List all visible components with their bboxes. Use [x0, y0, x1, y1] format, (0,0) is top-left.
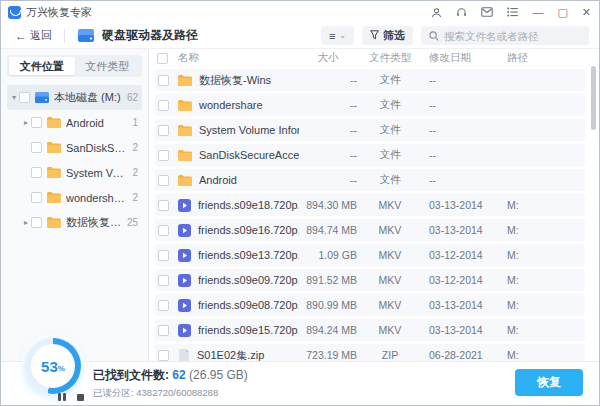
tree-item-count: 2	[132, 142, 138, 153]
stop-button[interactable]	[77, 394, 84, 401]
cell-size: 891.52 MB	[299, 274, 361, 286]
tree-item-5[interactable]: ▸ 数据恢复-Wins 25	[7, 210, 142, 235]
table-row[interactable]: 数据恢复-Wins -- 文件 --	[155, 69, 585, 91]
search-box[interactable]	[421, 26, 589, 45]
folder-icon	[178, 125, 192, 136]
folder-icon	[47, 217, 61, 228]
table-row[interactable]: friends.s09e09.720p.bluray.x2... 891.52 …	[155, 269, 585, 291]
column-name[interactable]: 名称	[178, 51, 299, 65]
folder-icon	[47, 192, 61, 203]
cell-name: friends.s09e16.720p.bluray.x2...	[198, 224, 299, 236]
table-row[interactable]: friends.s09e15.720p.bluray.x2... 894.24 …	[155, 319, 585, 341]
checkbox[interactable]	[158, 275, 169, 286]
cell-type: MKV	[361, 324, 419, 336]
tab-file-type[interactable]: 文件类型	[75, 57, 141, 75]
divider	[64, 29, 65, 43]
checkbox[interactable]	[31, 167, 42, 178]
support-headset-icon[interactable]	[456, 7, 467, 18]
expand-arrow-icon[interactable]: ▸	[21, 118, 31, 127]
checkbox[interactable]	[158, 300, 169, 311]
checkbox[interactable]	[31, 117, 42, 128]
scrollbar[interactable]	[591, 51, 596, 359]
close-button[interactable]: ✕	[582, 7, 591, 18]
cell-path: M:	[497, 274, 585, 286]
tab-file-location[interactable]: 文件位置	[9, 57, 75, 75]
search-input[interactable]	[444, 30, 581, 42]
maximize-button[interactable]: ▢	[557, 7, 567, 18]
tree-item-count: 1	[132, 117, 138, 128]
table-row[interactable]: friends.s09e18.720p.bluray.x2... 894.30 …	[155, 194, 585, 216]
tree-item-2[interactable]: SanDiskSecureAccess 2	[7, 135, 142, 160]
table-row[interactable]: Android -- 文件 --	[155, 169, 585, 191]
checkbox[interactable]	[158, 75, 169, 86]
scan-status-text: 已找到文件数: 62 (26.95 GB) 已读分区: 4382720/6008…	[93, 367, 248, 400]
account-icon[interactable]	[431, 7, 442, 18]
table-row[interactable]: friends.s09e13.720p.bluray.x2... 1.09 GB…	[155, 244, 585, 266]
cell-path: M:	[497, 299, 585, 311]
checkbox[interactable]	[31, 217, 42, 228]
checkbox[interactable]	[158, 250, 169, 261]
recover-button[interactable]: 恢复	[515, 369, 583, 396]
checkbox[interactable]	[158, 350, 169, 361]
checkbox[interactable]	[19, 92, 30, 103]
menu-list-icon[interactable]	[507, 7, 518, 17]
cell-size: 890.99 MB	[299, 299, 361, 311]
minimize-button[interactable]: —	[532, 7, 543, 18]
table-row[interactable]: SanDiskSecureAccess -- 文件 --	[155, 144, 585, 166]
table-row[interactable]: friends.s09e16.720p.bluray.x2... 894.74 …	[155, 219, 585, 241]
table-body: 数据恢复-Wins -- 文件 -- wondershare -- 文件 -- …	[155, 69, 585, 361]
checkbox[interactable]	[31, 192, 42, 203]
back-arrow-icon: ←	[15, 29, 27, 43]
checkbox[interactable]	[31, 142, 42, 153]
tree-item-4[interactable]: wondershare 2	[7, 185, 142, 210]
video-file-icon	[178, 274, 191, 287]
cell-size: --	[299, 124, 361, 136]
cell-name: friends.s09e08.720p.bluray.x2...	[198, 299, 299, 311]
expand-arrow-icon[interactable]: ▾	[9, 93, 19, 102]
checkbox[interactable]	[158, 150, 169, 161]
cell-type: MKV	[361, 299, 419, 311]
checkbox[interactable]	[158, 125, 169, 136]
tree-item-label: SanDiskSecureAccess	[66, 142, 128, 154]
column-type[interactable]: 文件类型	[361, 51, 419, 65]
select-all-checkbox[interactable]	[157, 53, 168, 64]
cell-name: S01E02集.zip	[197, 348, 299, 362]
cell-name: SanDiskSecureAccess	[199, 149, 299, 161]
cell-name: wondershare	[199, 99, 299, 111]
tree-item-label: 本地磁盘 (M:)	[54, 90, 123, 105]
checkbox[interactable]	[158, 225, 169, 236]
checkbox[interactable]	[158, 175, 169, 186]
percent-sign: %	[58, 364, 65, 373]
back-button[interactable]: ← 返回	[15, 28, 52, 43]
video-file-icon	[178, 249, 191, 262]
tree-item-1[interactable]: ▸ Android 1	[7, 110, 142, 135]
column-date[interactable]: 修改日期	[419, 51, 497, 65]
scrollbar-thumb[interactable]	[591, 66, 596, 130]
folder-icon	[178, 150, 192, 161]
progress-percent: 53	[41, 358, 58, 375]
cell-type: MKV	[361, 274, 419, 286]
cell-date: --	[419, 149, 497, 161]
table-row[interactable]: friends.s09e08.720p.bluray.x2... 890.99 …	[155, 294, 585, 316]
expand-arrow-icon[interactable]: ▸	[21, 218, 31, 227]
checkbox[interactable]	[158, 200, 169, 211]
tree-item-0[interactable]: ▾ 本地磁盘 (M:) 62	[7, 85, 142, 110]
column-size[interactable]: 大小	[299, 51, 361, 65]
filter-button[interactable]: 筛选	[362, 26, 413, 45]
pause-button[interactable]	[58, 393, 66, 401]
table-row[interactable]: wondershare -- 文件 --	[155, 94, 585, 116]
checkbox[interactable]	[158, 325, 169, 336]
table-row[interactable]: S01E02集.zip 723.19 MB ZIP 06-28-2021 M:	[155, 344, 585, 361]
cell-date: 03-12-2014	[419, 249, 497, 261]
table-row[interactable]: System Volume Information -- 文件 --	[155, 119, 585, 141]
feedback-mail-icon[interactable]	[481, 7, 493, 17]
tree-item-3[interactable]: System Volume Infor... 2	[7, 160, 142, 185]
cell-size: --	[299, 149, 361, 161]
app-window: 万兴恢复专家 — ▢ ✕ ← 返回	[0, 0, 600, 406]
folder-icon	[47, 142, 61, 153]
checkbox[interactable]	[158, 100, 169, 111]
titlebar: 万兴恢复专家 — ▢ ✕	[1, 1, 599, 23]
column-path[interactable]: 路径	[497, 51, 585, 65]
view-mode-button[interactable]: ≡ ⌄	[321, 26, 354, 45]
cell-path: M:	[497, 349, 585, 361]
